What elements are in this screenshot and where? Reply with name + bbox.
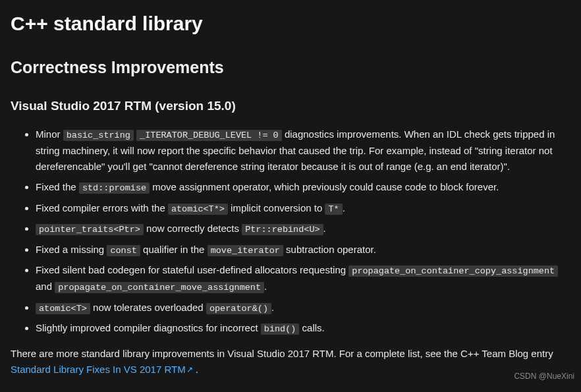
footer-text-post: . bbox=[196, 364, 198, 375]
list-item: Fixed compiler errors with the atomic<T*… bbox=[36, 200, 570, 217]
inline-code: _ITERATOR_DEBUG_LEVEL != 0 bbox=[136, 130, 282, 141]
inline-code: T* bbox=[325, 204, 342, 215]
page-title: C++ standard library bbox=[11, 8, 570, 40]
external-link-icon: ↗ bbox=[186, 364, 193, 376]
inline-code: atomic<T> bbox=[36, 303, 90, 314]
inline-code: const bbox=[107, 245, 140, 256]
list-item: atomic<T> now tolerates overloaded opera… bbox=[36, 300, 570, 316]
footer-text-pre: There are more standard library improvem… bbox=[11, 348, 553, 359]
inline-code: operator&() bbox=[206, 303, 271, 314]
subsection-heading: Visual Studio 2017 RTM (version 15.0) bbox=[11, 96, 570, 116]
inline-code: move_iterator bbox=[208, 245, 283, 256]
inline-code: atomic<T*> bbox=[168, 204, 228, 215]
list-item: Minor basic_string _ITERATOR_DEBUG_LEVEL… bbox=[36, 126, 570, 175]
improvements-list: Minor basic_string _ITERATOR_DEBUG_LEVEL… bbox=[11, 126, 570, 336]
inline-code: pointer_traits<Ptr> bbox=[36, 224, 144, 235]
list-item: Fixed silent bad codegen for stateful us… bbox=[36, 262, 570, 294]
list-item: pointer_traits<Ptr> now correctly detect… bbox=[36, 221, 570, 237]
inline-code: Ptr::rebind<U> bbox=[242, 224, 323, 235]
list-item: Fixed the std::promise move assignment o… bbox=[36, 179, 570, 196]
inline-code: propagate_on_container_move_assignment bbox=[55, 282, 264, 293]
inline-code: bind() bbox=[261, 323, 300, 335]
list-item: Fixed a missing const qualifier in the m… bbox=[36, 242, 570, 258]
inline-code: std::promise bbox=[79, 182, 150, 194]
list-item: Slightly improved compiler diagnostics f… bbox=[36, 320, 570, 337]
section-heading: Correctness Improvements bbox=[11, 54, 570, 80]
watermark: CSDN @NueXini bbox=[514, 370, 574, 383]
footer-paragraph: There are more standard library improvem… bbox=[11, 346, 570, 378]
inline-code: propagate_on_container_copy_assignment bbox=[348, 266, 558, 277]
footer-link[interactable]: Standard Library Fixes In VS 2017 RTM↗ bbox=[11, 364, 196, 375]
inline-code: basic_string bbox=[63, 130, 134, 141]
